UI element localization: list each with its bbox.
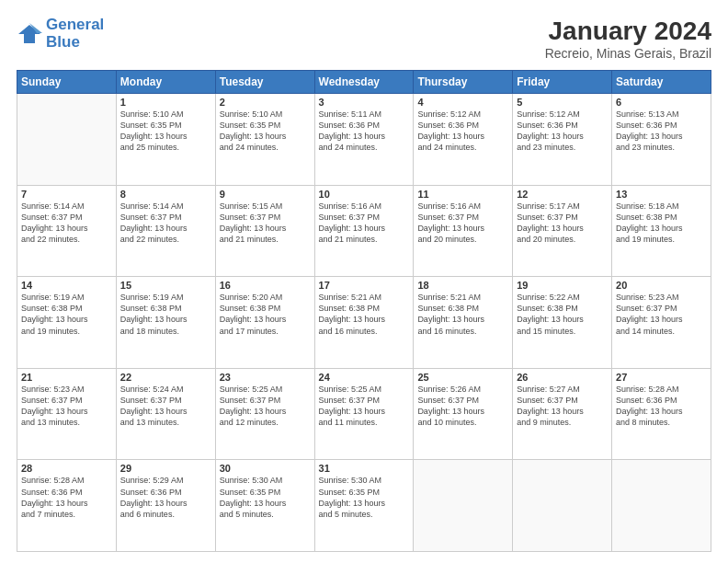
day-number: 11: [417, 189, 508, 200]
day-number: 26: [517, 372, 608, 383]
day-info: Sunrise: 5:23 AM Sunset: 6:37 PM Dayligh…: [21, 384, 112, 429]
calendar-cell: 23Sunrise: 5:25 AM Sunset: 6:37 PM Dayli…: [215, 368, 314, 460]
col-friday: Friday: [513, 71, 612, 94]
calendar-cell: 20Sunrise: 5:23 AM Sunset: 6:37 PM Dayli…: [612, 277, 711, 369]
day-number: 27: [616, 372, 707, 383]
day-info: Sunrise: 5:24 AM Sunset: 6:37 PM Dayligh…: [120, 384, 211, 429]
day-number: 30: [220, 463, 311, 474]
logo-text: General Blue: [46, 17, 104, 51]
logo: General Blue: [17, 17, 104, 51]
calendar-cell: 8Sunrise: 5:14 AM Sunset: 6:37 PM Daylig…: [116, 185, 215, 277]
calendar-cell: 25Sunrise: 5:26 AM Sunset: 6:37 PM Dayli…: [414, 368, 513, 460]
calendar-title: January 2024: [545, 17, 711, 46]
day-number: 23: [220, 372, 311, 383]
day-number: 13: [616, 189, 707, 200]
calendar-week-row: 1Sunrise: 5:10 AM Sunset: 6:35 PM Daylig…: [17, 94, 711, 186]
day-number: 7: [21, 189, 112, 200]
calendar-cell: 19Sunrise: 5:22 AM Sunset: 6:38 PM Dayli…: [513, 277, 612, 369]
day-info: Sunrise: 5:19 AM Sunset: 6:38 PM Dayligh…: [120, 292, 211, 337]
calendar-cell: 6Sunrise: 5:13 AM Sunset: 6:36 PM Daylig…: [612, 94, 711, 186]
calendar-cell: 11Sunrise: 5:16 AM Sunset: 6:37 PM Dayli…: [414, 185, 513, 277]
col-saturday: Saturday: [612, 71, 711, 94]
calendar-cell: 29Sunrise: 5:29 AM Sunset: 6:36 PM Dayli…: [116, 460, 215, 552]
calendar-cell: 5Sunrise: 5:12 AM Sunset: 6:36 PM Daylig…: [513, 94, 612, 186]
calendar-cell: [17, 94, 117, 186]
day-number: 20: [616, 280, 707, 291]
calendar-cell: 22Sunrise: 5:24 AM Sunset: 6:37 PM Dayli…: [116, 368, 215, 460]
calendar-cell: [414, 460, 513, 552]
day-info: Sunrise: 5:10 AM Sunset: 6:35 PM Dayligh…: [220, 109, 311, 154]
day-info: Sunrise: 5:20 AM Sunset: 6:38 PM Dayligh…: [220, 292, 311, 337]
col-wednesday: Wednesday: [314, 71, 414, 94]
day-info: Sunrise: 5:21 AM Sunset: 6:38 PM Dayligh…: [319, 292, 410, 337]
calendar-cell: 10Sunrise: 5:16 AM Sunset: 6:37 PM Dayli…: [314, 185, 414, 277]
day-number: 24: [319, 372, 410, 383]
calendar-cell: 12Sunrise: 5:17 AM Sunset: 6:37 PM Dayli…: [513, 185, 612, 277]
day-number: 25: [417, 372, 508, 383]
calendar-cell: 1Sunrise: 5:10 AM Sunset: 6:35 PM Daylig…: [116, 94, 215, 186]
calendar-cell: 31Sunrise: 5:30 AM Sunset: 6:35 PM Dayli…: [314, 460, 414, 552]
calendar-cell: 18Sunrise: 5:21 AM Sunset: 6:38 PM Dayli…: [414, 277, 513, 369]
calendar-table: Sunday Monday Tuesday Wednesday Thursday…: [17, 70, 711, 552]
day-info: Sunrise: 5:26 AM Sunset: 6:37 PM Dayligh…: [417, 384, 508, 429]
day-info: Sunrise: 5:22 AM Sunset: 6:38 PM Dayligh…: [517, 292, 608, 337]
day-info: Sunrise: 5:30 AM Sunset: 6:35 PM Dayligh…: [319, 475, 410, 520]
day-number: 19: [517, 280, 608, 291]
calendar-cell: 7Sunrise: 5:14 AM Sunset: 6:37 PM Daylig…: [17, 185, 117, 277]
calendar-week-row: 14Sunrise: 5:19 AM Sunset: 6:38 PM Dayli…: [17, 277, 711, 369]
col-tuesday: Tuesday: [215, 71, 314, 94]
day-info: Sunrise: 5:25 AM Sunset: 6:37 PM Dayligh…: [220, 384, 311, 429]
day-number: 10: [319, 189, 410, 200]
day-info: Sunrise: 5:12 AM Sunset: 6:36 PM Dayligh…: [417, 109, 508, 154]
day-number: 21: [21, 372, 112, 383]
calendar-subtitle: Recreio, Minas Gerais, Brazil: [545, 46, 711, 61]
day-info: Sunrise: 5:30 AM Sunset: 6:35 PM Dayligh…: [220, 475, 311, 520]
calendar-cell: 13Sunrise: 5:18 AM Sunset: 6:38 PM Dayli…: [612, 185, 711, 277]
col-sunday: Sunday: [17, 71, 117, 94]
day-info: Sunrise: 5:14 AM Sunset: 6:37 PM Dayligh…: [120, 201, 211, 246]
calendar-cell: 27Sunrise: 5:28 AM Sunset: 6:36 PM Dayli…: [612, 368, 711, 460]
day-info: Sunrise: 5:13 AM Sunset: 6:36 PM Dayligh…: [616, 109, 707, 154]
day-number: 1: [120, 97, 211, 108]
calendar-week-row: 28Sunrise: 5:28 AM Sunset: 6:36 PM Dayli…: [17, 460, 711, 552]
day-info: Sunrise: 5:15 AM Sunset: 6:37 PM Dayligh…: [220, 201, 311, 246]
day-info: Sunrise: 5:14 AM Sunset: 6:37 PM Dayligh…: [21, 201, 112, 246]
day-number: 4: [417, 97, 508, 108]
col-monday: Monday: [116, 71, 215, 94]
calendar-cell: 3Sunrise: 5:11 AM Sunset: 6:36 PM Daylig…: [314, 94, 414, 186]
day-info: Sunrise: 5:23 AM Sunset: 6:37 PM Dayligh…: [616, 292, 707, 337]
calendar-cell: 28Sunrise: 5:28 AM Sunset: 6:36 PM Dayli…: [17, 460, 117, 552]
calendar-cell: 24Sunrise: 5:25 AM Sunset: 6:37 PM Dayli…: [314, 368, 414, 460]
day-info: Sunrise: 5:29 AM Sunset: 6:36 PM Dayligh…: [120, 475, 211, 520]
day-info: Sunrise: 5:16 AM Sunset: 6:37 PM Dayligh…: [417, 201, 508, 246]
calendar-cell: 26Sunrise: 5:27 AM Sunset: 6:37 PM Dayli…: [513, 368, 612, 460]
calendar-cell: 4Sunrise: 5:12 AM Sunset: 6:36 PM Daylig…: [414, 94, 513, 186]
day-number: 9: [220, 189, 311, 200]
calendar-week-row: 7Sunrise: 5:14 AM Sunset: 6:37 PM Daylig…: [17, 185, 711, 277]
calendar-cell: [513, 460, 612, 552]
calendar-cell: 15Sunrise: 5:19 AM Sunset: 6:38 PM Dayli…: [116, 277, 215, 369]
svg-marker-0: [18, 25, 40, 43]
day-number: 14: [21, 280, 112, 291]
day-number: 2: [220, 97, 311, 108]
day-info: Sunrise: 5:18 AM Sunset: 6:38 PM Dayligh…: [616, 201, 707, 246]
day-number: 8: [120, 189, 211, 200]
day-info: Sunrise: 5:28 AM Sunset: 6:36 PM Dayligh…: [616, 384, 707, 429]
calendar-cell: 16Sunrise: 5:20 AM Sunset: 6:38 PM Dayli…: [215, 277, 314, 369]
day-number: 18: [417, 280, 508, 291]
calendar-cell: 30Sunrise: 5:30 AM Sunset: 6:35 PM Dayli…: [215, 460, 314, 552]
calendar-cell: 2Sunrise: 5:10 AM Sunset: 6:35 PM Daylig…: [215, 94, 314, 186]
title-block: January 2024 Recreio, Minas Gerais, Braz…: [545, 17, 711, 61]
calendar-cell: 9Sunrise: 5:15 AM Sunset: 6:37 PM Daylig…: [215, 185, 314, 277]
day-number: 31: [319, 463, 410, 474]
day-info: Sunrise: 5:11 AM Sunset: 6:36 PM Dayligh…: [319, 109, 410, 154]
calendar-header-row: Sunday Monday Tuesday Wednesday Thursday…: [17, 71, 711, 94]
col-thursday: Thursday: [414, 71, 513, 94]
day-info: Sunrise: 5:27 AM Sunset: 6:37 PM Dayligh…: [517, 384, 608, 429]
calendar-cell: [612, 460, 711, 552]
day-number: 6: [616, 97, 707, 108]
calendar-cell: 14Sunrise: 5:19 AM Sunset: 6:38 PM Dayli…: [17, 277, 117, 369]
day-info: Sunrise: 5:16 AM Sunset: 6:37 PM Dayligh…: [319, 201, 410, 246]
day-info: Sunrise: 5:25 AM Sunset: 6:37 PM Dayligh…: [319, 384, 410, 429]
day-number: 17: [319, 280, 410, 291]
